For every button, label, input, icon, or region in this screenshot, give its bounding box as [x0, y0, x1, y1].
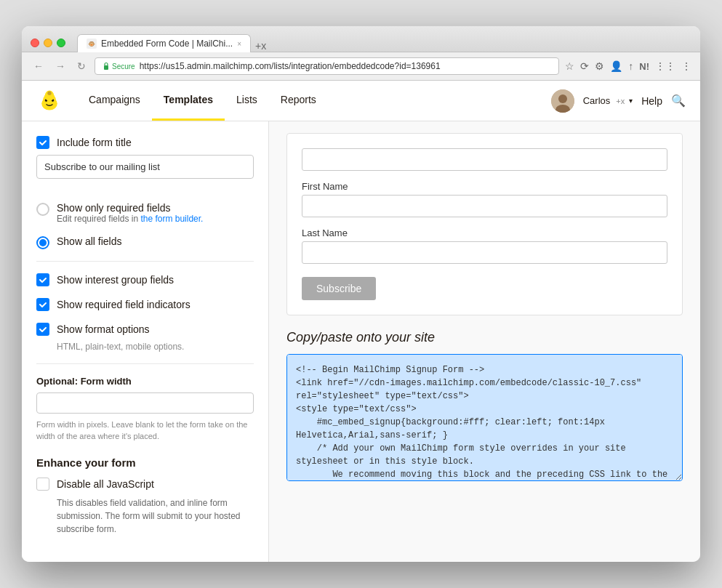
header-right: Carlos +x ▾ Help 🔍	[551, 89, 686, 113]
disable-js-sub: This disables field validation, and inli…	[36, 496, 254, 536]
email-preview-input[interactable]	[302, 148, 667, 171]
user-info[interactable]: Carlos +x ▾	[583, 95, 633, 106]
svg-point-6	[47, 91, 51, 94]
copy-section-title: Copy/paste onto your site	[286, 330, 683, 345]
format-options-row: Show format options	[36, 323, 254, 336]
search-icon[interactable]: 🔍	[671, 94, 686, 108]
address-bar: ← → ↻ Secure https://us15.admin.mailchim…	[22, 52, 700, 81]
active-tab[interactable]: 🐵 Embedded Form Code | MailChi... ×	[77, 34, 251, 52]
required-indicators-option: Show required field indicators	[36, 298, 254, 311]
interest-group-label: Show interest group fields	[57, 274, 174, 286]
back-button[interactable]: ←	[31, 59, 47, 73]
nav-reports[interactable]: Reports	[269, 81, 328, 121]
menu-icon[interactable]: ⋮	[681, 60, 691, 72]
svg-point-8	[558, 94, 567, 103]
enhance-section: Enhance your form Disable all JavaScript…	[36, 456, 254, 536]
show-all-fields-option: Show all fields	[36, 235, 254, 249]
refresh-icon[interactable]: ⟳	[580, 60, 589, 72]
format-options-sub: HTML, plain-text, mobile options.	[36, 342, 254, 352]
forward-button[interactable]: →	[52, 59, 68, 73]
show-only-required-label: Show only required fields	[57, 202, 203, 214]
url-text: https://us15.admin.mailchimp.com/lists/i…	[140, 61, 441, 71]
last-name-preview-input[interactable]	[302, 241, 667, 264]
format-options-checkbox[interactable]	[36, 323, 49, 336]
refresh-button[interactable]: ↻	[74, 59, 89, 73]
required-indicators-label: Show required field indicators	[57, 299, 190, 310]
first-name-label: First Name	[302, 181, 667, 192]
extensions-icon[interactable]: ⚙	[595, 60, 604, 72]
title-bar: 🐵 Embedded Form Code | MailChi... × +x	[22, 26, 700, 52]
radio-inner	[39, 239, 47, 246]
profile-icon[interactable]: 👤	[610, 60, 622, 72]
app-header: Campaigns Templates Lists Reports Carlos…	[22, 81, 700, 121]
show-all-fields-row: Show all fields	[36, 235, 254, 249]
show-all-fields-label: Show all fields	[57, 235, 122, 247]
chevron-down-icon: ▾	[629, 97, 633, 105]
interest-group-checkbox[interactable]	[36, 273, 49, 286]
bookmark-icon[interactable]: ☆	[565, 60, 574, 72]
help-link[interactable]: Help	[641, 95, 662, 107]
lock-icon	[103, 62, 110, 71]
url-bar[interactable]: Secure https://us15.admin.mailchimp.com/…	[95, 57, 559, 75]
checkmark-icon	[39, 138, 47, 147]
maximize-button[interactable]	[57, 39, 65, 47]
show-all-fields-radio[interactable]	[36, 236, 49, 249]
secure-badge: Secure	[103, 62, 135, 71]
enhance-title: Enhance your form	[36, 456, 254, 469]
interest-group-row: Show interest group fields	[36, 273, 254, 286]
format-options-option: Show format options HTML, plain-text, mo…	[36, 323, 254, 352]
nav-lists[interactable]: Lists	[225, 81, 269, 121]
checkmark-icon	[39, 275, 47, 284]
traffic-lights	[31, 39, 65, 47]
main-content: Include form title Show only required fi…	[22, 121, 700, 562]
close-button[interactable]	[31, 39, 39, 47]
form-width-hint: Form width in pixels. Leave blank to let…	[36, 419, 254, 442]
show-only-required-row: Show only required fields Edit required …	[36, 202, 254, 224]
preview-form: First Name Last Name Subscribe	[286, 133, 683, 315]
required-indicators-row: Show required field indicators	[36, 298, 254, 311]
required-indicators-checkbox[interactable]	[36, 298, 49, 311]
svg-rect-0	[104, 65, 108, 70]
include-form-title-option: Include form title	[36, 136, 254, 190]
code-textarea[interactable]	[286, 354, 683, 481]
show-only-required-sub: Edit required fields in the form builder…	[57, 214, 203, 224]
right-panel: First Name Last Name Subscribe Copy/past…	[269, 121, 700, 562]
divider-1	[36, 261, 254, 262]
include-form-title-checkbox[interactable]	[36, 136, 49, 149]
tab-favicon: 🐵	[87, 39, 97, 49]
nav-templates[interactable]: Templates	[152, 81, 225, 121]
include-form-title-label: Include form title	[57, 137, 132, 148]
first-name-field-group: First Name	[302, 181, 667, 217]
new-tab-button[interactable]: +x	[255, 40, 266, 52]
main-nav: Campaigns Templates Lists Reports	[77, 81, 551, 121]
form-width-option: Optional: Form width Form width in pixel…	[36, 376, 254, 442]
first-name-preview-input[interactable]	[302, 195, 667, 217]
disable-js-row: Disable all JavaScript	[36, 478, 254, 491]
last-name-label: Last Name	[302, 227, 667, 238]
avatar	[551, 89, 574, 113]
subscribe-button[interactable]: Subscribe	[302, 277, 376, 300]
checkmark-icon	[39, 325, 47, 334]
last-name-field-group: Last Name	[302, 227, 667, 264]
grid-icon[interactable]: ⋮⋮	[655, 60, 675, 72]
disable-js-option: Disable all JavaScript This disables fie…	[36, 478, 254, 536]
disable-js-label: Disable all JavaScript	[57, 478, 154, 490]
interest-group-option: Show interest group fields	[36, 273, 254, 286]
tab-close-icon[interactable]: ×	[237, 40, 241, 48]
tab-bar: 🐵 Embedded Form Code | MailChi... × +x	[77, 33, 691, 52]
form-builder-link[interactable]: the form builder.	[140, 214, 203, 224]
email-field-group	[302, 148, 667, 171]
include-form-title-row: Include form title	[36, 136, 254, 149]
show-only-required-label-group: Show only required fields Edit required …	[57, 202, 203, 224]
form-title-input[interactable]	[36, 155, 254, 179]
sync-icon[interactable]: ↑	[628, 60, 633, 72]
divider-2	[36, 363, 254, 364]
nav-campaigns[interactable]: Campaigns	[77, 81, 152, 121]
toolbar-icons: ☆ ⟳ ⚙ 👤 ↑ N! ⋮⋮ ⋮	[565, 60, 691, 72]
form-width-input[interactable]	[36, 392, 254, 414]
show-only-required-radio[interactable]	[36, 203, 49, 216]
disable-js-checkbox[interactable]	[36, 478, 49, 491]
browser-window: 🐵 Embedded Form Code | MailChi... × +x ←…	[22, 26, 700, 562]
ni-icon: N!	[639, 61, 649, 72]
minimize-button[interactable]	[44, 39, 52, 47]
